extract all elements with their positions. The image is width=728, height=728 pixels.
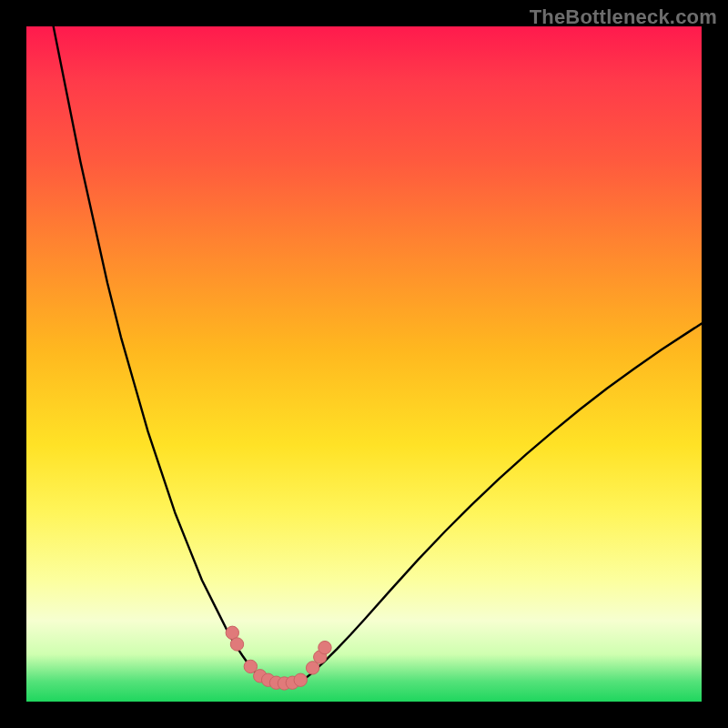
bottleneck-curve	[54, 26, 702, 687]
data-marker	[318, 641, 331, 653]
watermark-text: TheBottleneck.com	[530, 5, 717, 29]
chart-frame: TheBottleneck.com	[0, 0, 728, 728]
data-marker	[294, 673, 307, 686]
chart-canvas	[26, 26, 702, 702]
plot-area	[26, 26, 702, 702]
data-marker	[230, 638, 243, 651]
